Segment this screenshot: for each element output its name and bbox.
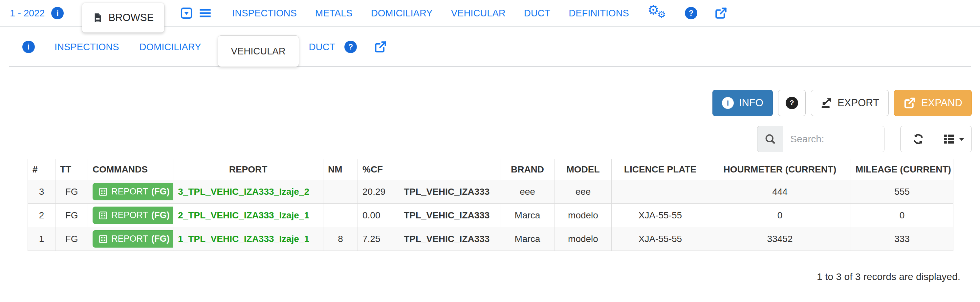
context-label: 1 - 2022 [10, 8, 45, 19]
cell-brand: Marca [500, 204, 555, 227]
export-button-label: EXPORT [837, 97, 879, 109]
export-icon [821, 97, 832, 109]
search-group [757, 126, 885, 152]
cell-num: 1 [28, 227, 56, 251]
browse-button[interactable]: BROWSE [82, 3, 164, 33]
tab-duct[interactable]: DUCT [309, 42, 336, 52]
cell-mileage: 0 [851, 204, 953, 227]
settings-gears-icon[interactable]: ⚙ ⚙ [648, 5, 668, 22]
expand-button-label: EXPAND [921, 97, 962, 109]
main-nav-links: INSPECTIONS METALS DOMICILIARY VEHICULAR… [232, 8, 629, 19]
cell-hourmeter: 444 [709, 180, 851, 204]
info-icon: i [722, 97, 734, 109]
cell-licence-plate: XJA-55-55 [612, 204, 709, 227]
top-navbar: 1 - 2022 i BROWSE [0, 0, 980, 27]
col-header-nm[interactable]: NM [323, 159, 358, 180]
export-button[interactable]: EXPORT [811, 90, 889, 116]
report-link[interactable]: 2_TPL_VEHIC_IZA333_Izaje_1 [178, 210, 309, 220]
nav-link-vehicular[interactable]: VEHICULAR [451, 8, 506, 19]
search-icon [757, 126, 783, 152]
nav-link-metals[interactable]: METALS [315, 8, 353, 19]
col-header-cf[interactable]: %CF [358, 159, 399, 180]
cell-commands: REPORT(FG) [88, 227, 173, 251]
col-header-commands[interactable]: COMMANDS [88, 159, 173, 180]
nav-link-duct[interactable]: DUCT [524, 8, 550, 19]
col-header-num[interactable]: # [28, 159, 56, 180]
info-icon[interactable]: i [51, 7, 64, 19]
cell-template: TPL_VEHIC_IZA333 [399, 204, 500, 227]
cell-hourmeter: 0 [709, 204, 851, 227]
cell-cf: 20.29 [358, 180, 399, 204]
col-header-tt[interactable]: TT [56, 159, 88, 180]
cell-template: TPL_VEHIC_IZA333 [399, 180, 500, 204]
col-header-model[interactable]: MODEL [555, 159, 612, 180]
hamburger-menu-icon[interactable] [199, 6, 212, 20]
cell-model: modelo [555, 204, 612, 227]
table-row: 2 FG REPORT(FG) 2_TPL_VEHIC_IZA333_Izaje… [28, 204, 953, 227]
tab-domiciliary[interactable]: DOMICILIARY [140, 42, 201, 52]
refresh-button[interactable] [900, 126, 936, 152]
col-header-hourmeter[interactable]: HOURMETER (CURRENT) [709, 159, 851, 180]
info-icon[interactable]: i [22, 41, 35, 53]
col-header-mileage[interactable]: MILEAGE (CURRENT) [851, 159, 953, 180]
table-toolbar: i INFO ? EXPORT EXPAND [0, 90, 972, 116]
cell-cf: 0.00 [358, 204, 399, 227]
cell-tt: FG [56, 204, 88, 227]
cell-tt: FG [56, 180, 88, 204]
table-row: 1 FG REPORT(FG) 1_TPL_VEHIC_IZA333_Izaje… [28, 227, 953, 251]
cell-commands: REPORT(FG) [88, 204, 173, 227]
cell-num: 3 [28, 180, 56, 204]
expand-button[interactable]: EXPAND [894, 90, 972, 116]
report-link[interactable]: 3_TPL_VEHIC_IZA333_Izaje_2 [178, 187, 309, 197]
caret-square-icon[interactable] [180, 7, 193, 19]
cell-licence-plate [612, 180, 709, 204]
cell-model: modelo [555, 227, 612, 251]
table-header-row: # TT COMMANDS REPORT NM %CF BRAND MODEL … [28, 159, 953, 180]
report-list-icon [98, 187, 108, 197]
file-icon [92, 12, 103, 24]
columns-dropdown-button[interactable] [936, 126, 972, 152]
cell-commands: REPORT(FG) [88, 180, 173, 204]
report-fg-button[interactable]: REPORT(FG) [92, 230, 173, 248]
cell-nm [323, 204, 358, 227]
report-list-icon [98, 210, 108, 220]
pagination-status: 1 to 3 of 3 records are displayed. [0, 271, 980, 282]
vehicular-table: # TT COMMANDS REPORT NM %CF BRAND MODEL … [27, 159, 953, 251]
report-list-icon [98, 234, 108, 244]
help-circle-icon[interactable]: ? [344, 41, 357, 53]
nav-link-definitions[interactable]: DEFINITIONS [569, 8, 629, 19]
question-icon: ? [786, 97, 798, 109]
help-button[interactable]: ? [778, 90, 806, 116]
table-row: 3 FG REPORT(FG) 3_TPL_VEHIC_IZA333_Izaje… [28, 180, 953, 204]
search-row [0, 126, 972, 152]
nav-link-inspections[interactable]: INSPECTIONS [232, 8, 297, 19]
cell-licence-plate: XJA-55-55 [612, 227, 709, 251]
cell-nm [323, 180, 358, 204]
cell-brand: Marca [500, 227, 555, 251]
col-header-brand[interactable]: BRAND [500, 159, 555, 180]
col-header-report[interactable]: REPORT [173, 159, 323, 180]
cell-tt: FG [56, 227, 88, 251]
cell-brand: eee [500, 180, 555, 204]
col-header-licence-plate[interactable]: LICENCE PLATE [612, 159, 709, 180]
report-fg-button[interactable]: REPORT(FG) [92, 207, 173, 224]
col-header-template[interactable] [399, 159, 500, 180]
report-fg-button[interactable]: REPORT(FG) [92, 183, 173, 200]
cell-mileage: 555 [851, 180, 953, 204]
subtab-bar: i INSPECTIONS DOMICILIARY VEHICULAR DUCT… [0, 27, 980, 67]
info-button[interactable]: i INFO [713, 90, 773, 116]
cell-template: TPL_VEHIC_IZA333 [399, 227, 500, 251]
nav-link-domiciliary[interactable]: DOMICILIARY [371, 8, 433, 19]
external-link-icon[interactable] [374, 40, 387, 54]
report-link[interactable]: 1_TPL_VEHIC_IZA333_Izaje_1 [178, 234, 309, 244]
info-button-label: INFO [739, 97, 763, 109]
cell-nm: 8 [323, 227, 358, 251]
search-input[interactable] [783, 126, 884, 152]
tab-inspections[interactable]: INSPECTIONS [54, 42, 119, 52]
cell-mileage: 333 [851, 227, 953, 251]
help-circle-icon[interactable]: ? [685, 7, 697, 19]
cell-hourmeter: 33452 [709, 227, 851, 251]
external-link-icon[interactable] [714, 6, 727, 20]
expand-icon [904, 97, 916, 109]
tab-vehicular-active[interactable]: VEHICULAR [218, 35, 299, 67]
